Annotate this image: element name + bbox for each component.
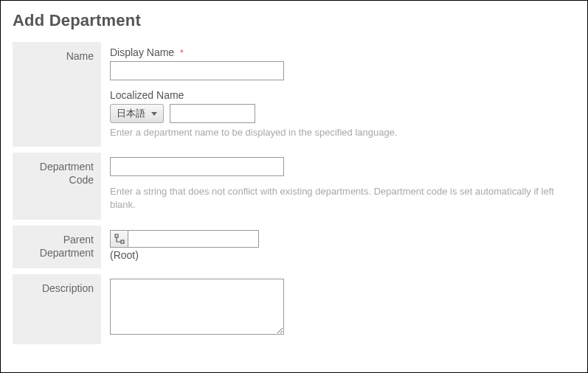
localized-name-hint: Enter a department name to be displayed … (110, 126, 575, 139)
description-textarea[interactable] (110, 279, 284, 335)
row-parent: Parent Department (Root) (13, 226, 575, 268)
open-tree-button[interactable] (110, 230, 128, 248)
label-parent: Parent Department (13, 226, 101, 268)
value-code: Enter a string that does not conflict wi… (101, 153, 575, 219)
value-description (101, 274, 575, 344)
svg-rect-1 (121, 240, 124, 243)
label-name: Name (13, 42, 101, 147)
localized-name-input[interactable] (170, 104, 255, 123)
tree-icon (114, 234, 125, 244)
value-name: Display Name * Localized Name 日本語 Enter … (101, 42, 575, 147)
display-name-label-text: Display Name (110, 46, 174, 58)
add-department-form: Add Department Name Display Name * Local… (0, 0, 588, 373)
chevron-down-icon (151, 112, 157, 116)
localized-name-row: 日本語 (110, 104, 575, 123)
row-code: Department Code Enter a string that does… (13, 153, 575, 219)
label-description: Description (13, 274, 101, 344)
department-code-input[interactable] (110, 157, 284, 176)
language-select[interactable]: 日本語 (110, 104, 164, 123)
row-description: Description (13, 274, 575, 344)
parent-root-label: (Root) (110, 249, 575, 261)
localized-name-label: Localized Name (110, 89, 575, 101)
parent-picker-row (110, 230, 575, 248)
value-parent: (Root) (101, 226, 575, 268)
display-name-input[interactable] (110, 61, 284, 80)
svg-rect-0 (115, 234, 118, 237)
row-name: Name Display Name * Localized Name 日本語 E… (13, 42, 575, 147)
page-title: Add Department (13, 11, 575, 30)
language-select-value: 日本語 (117, 107, 145, 120)
required-star-icon: * (180, 48, 184, 58)
label-code: Department Code (13, 153, 101, 219)
parent-department-input[interactable] (128, 230, 259, 248)
display-name-label: Display Name * (110, 46, 575, 58)
department-code-hint: Enter a string that does not conflict wi… (110, 185, 575, 212)
